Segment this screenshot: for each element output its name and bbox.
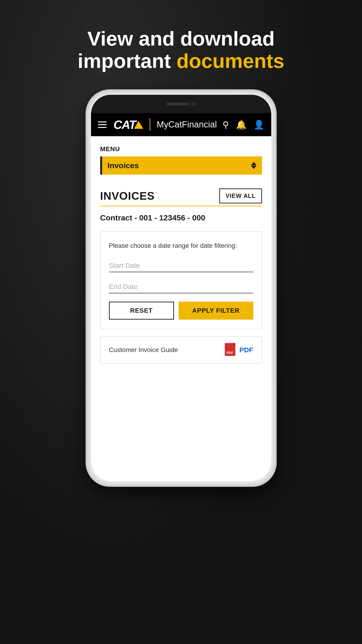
header-icons: ⚲ 🔔 👤 <box>222 120 264 130</box>
pdf-icon-label: PDF <box>227 351 233 354</box>
invoices-divider <box>100 206 262 206</box>
start-date-input[interactable] <box>109 259 253 272</box>
pdf-badge: PDF PDF <box>225 343 253 357</box>
dropdown-arrows-icon <box>251 162 256 169</box>
app-header: CAT MyCatFinancial ⚲ 🔔 👤 <box>91 113 271 136</box>
headline-line2: important documents <box>78 50 285 72</box>
menu-label: MENU <box>100 146 262 153</box>
cat-logo-divider <box>150 118 150 131</box>
phone-notch-area <box>91 95 271 113</box>
pdf-icon-body: PDF <box>225 343 235 356</box>
view-all-button[interactable]: VIEW ALL <box>219 188 262 204</box>
phone-frame: CAT MyCatFinancial ⚲ 🔔 👤 MENU Invoices <box>87 91 275 486</box>
headline: View and download important documents <box>78 28 285 72</box>
screen-content: MENU Invoices INVOICES VIEW ALL Contract… <box>91 136 271 481</box>
invoices-title: INVOICES <box>100 190 155 202</box>
bell-icon[interactable]: 🔔 <box>236 120 247 130</box>
end-date-group <box>109 280 253 293</box>
hamburger-line <box>98 124 107 125</box>
search-icon[interactable]: ⚲ <box>222 120 229 130</box>
cat-logo: CAT <box>114 119 143 131</box>
notch-speaker <box>167 102 189 106</box>
notch-camera <box>192 102 196 106</box>
cat-logo-text: CAT <box>114 119 136 131</box>
pdf-label: PDF <box>239 346 253 354</box>
contract-label: Contract - 001 - 123456 - 000 <box>100 213 262 222</box>
arrow-up-icon <box>251 162 256 165</box>
pdf-icon: PDF <box>225 343 237 357</box>
cat-logo-triangle <box>134 121 143 129</box>
menu-selected-item: Invoices <box>108 161 251 170</box>
headline-line1: View and download <box>78 28 285 50</box>
filter-card: Please choose a date range for date filt… <box>100 232 262 329</box>
hamburger-line <box>98 127 107 128</box>
apply-filter-button[interactable]: APPLY FILTER <box>179 302 253 320</box>
invoice-guide-text: Customer Invoice Guide <box>109 346 178 354</box>
invoice-guide-card[interactable]: Customer Invoice Guide PDF PDF <box>100 336 262 364</box>
end-date-input[interactable] <box>109 280 253 293</box>
filter-description: Please choose a date range for date filt… <box>109 241 253 250</box>
menu-section: MENU Invoices <box>91 136 271 179</box>
hamburger-line <box>98 122 107 122</box>
start-date-group <box>109 259 253 272</box>
filter-buttons: RESET APPLY FILTER <box>109 302 253 320</box>
hamburger-menu-button[interactable] <box>98 122 107 128</box>
cat-logo-container: CAT MyCatFinancial <box>114 118 217 131</box>
reset-button[interactable]: RESET <box>109 302 174 320</box>
menu-dropdown[interactable]: Invoices <box>100 156 262 175</box>
phone-notch <box>151 98 211 110</box>
user-icon[interactable]: 👤 <box>253 120 264 130</box>
invoices-section: INVOICES VIEW ALL Contract - 001 - 12345… <box>91 179 271 368</box>
app-name: MyCatFinancial <box>157 120 217 130</box>
phone-inner: CAT MyCatFinancial ⚲ 🔔 👤 MENU Invoices <box>91 95 271 481</box>
invoices-header: INVOICES VIEW ALL <box>100 188 262 204</box>
arrow-down-icon <box>251 166 256 169</box>
